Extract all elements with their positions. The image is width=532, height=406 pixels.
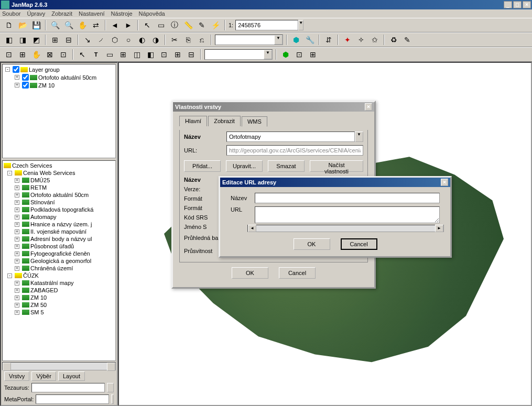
combo-2[interactable]: ▼	[204, 49, 273, 60]
tool3-12-icon[interactable]: ⊡	[158, 49, 170, 60]
service-item[interactable]: Hranice a názvy územ. j	[30, 221, 92, 227]
tool2-14-icon[interactable]: ⎌	[196, 34, 208, 46]
service-item[interactable]: Katastrální mapy	[30, 280, 74, 286]
expand-icon[interactable]: +	[15, 75, 19, 80]
tree-hscroll[interactable]	[2, 362, 116, 370]
tool2-11-icon[interactable]: ◑	[150, 34, 161, 46]
tool2-7-icon[interactable]: ⟋	[95, 34, 107, 46]
scale-dropdown-icon[interactable]: ▼	[298, 20, 303, 30]
service-item[interactable]: II. vojenské mapování	[30, 228, 86, 235]
tool2-6-icon[interactable]: ↘	[82, 34, 93, 46]
url-cancel-button[interactable]: Cancel	[341, 238, 377, 250]
map-canvas[interactable]: Vlastnosti vrstvy × Hlavní Zobrazit WMS …	[118, 62, 532, 406]
tool3-2-icon[interactable]: ⊞	[17, 49, 28, 60]
tool2-19-icon[interactable]: ✧	[355, 34, 367, 46]
menu-nastroje[interactable]: Nástroje	[111, 10, 133, 17]
tool3-17-icon[interactable]: ⊞	[307, 49, 319, 60]
service-item[interactable]: Automapy	[30, 214, 57, 220]
dialog-close-icon[interactable]: ×	[365, 103, 372, 111]
tool3-4-icon[interactable]: ⊠	[44, 49, 56, 60]
select-rect-icon[interactable]: ▭	[155, 19, 167, 31]
url-nazev-input[interactable]	[255, 193, 440, 203]
tool2-1-icon[interactable]: ◧	[3, 34, 15, 46]
tool2-17-icon[interactable]: ⇵	[323, 34, 334, 46]
metaportal-search-icon[interactable]	[111, 394, 114, 404]
expand-icon[interactable]: +	[15, 237, 19, 242]
services-root[interactable]: Czech Services	[12, 162, 52, 169]
tab-vrstvy[interactable]: Vrstvy	[4, 371, 29, 381]
service-item[interactable]: ZM 10	[30, 294, 47, 301]
tab-wms[interactable]: WMS	[242, 116, 267, 127]
tool-icon[interactable]: ✎	[196, 19, 208, 31]
nacist-button[interactable]: Načíst vlastnosti	[310, 160, 363, 172]
service-item[interactable]: RETM	[30, 184, 47, 191]
close-button[interactable]: ×	[523, 1, 531, 8]
service-item[interactable]: SM 5	[30, 309, 44, 315]
tool2-5-icon[interactable]: ⊟	[63, 34, 74, 46]
expand-icon[interactable]: +	[15, 310, 19, 315]
expand-icon[interactable]: +	[15, 244, 19, 249]
expand-icon[interactable]: +	[15, 229, 19, 234]
measure-icon[interactable]: 📏	[182, 19, 194, 31]
expand-icon[interactable]: +	[15, 259, 19, 264]
tezaurus-input[interactable]	[31, 383, 105, 392]
layer-checkbox[interactable]	[13, 66, 19, 73]
minimize-button[interactable]: _	[504, 1, 512, 8]
tree-item[interactable]: ZM 10	[38, 82, 55, 89]
menu-nastaveni[interactable]: Nastavení	[79, 10, 105, 17]
url-dialog-titlebar[interactable]: Editace URL adresy ×	[220, 178, 450, 187]
layer-checkbox[interactable]	[22, 82, 29, 89]
tool3-7-icon[interactable]: T	[90, 49, 102, 60]
metaportal-input[interactable]	[36, 394, 109, 404]
layer-ok-button[interactable]: OK	[232, 267, 268, 279]
tool2-22-icon[interactable]: ✎	[401, 34, 413, 46]
menu-upravy[interactable]: Úpravy	[27, 10, 45, 17]
tool2-8-icon[interactable]: ⬡	[109, 34, 121, 46]
tool3-15-icon[interactable]: ⬢	[280, 49, 291, 60]
tool2-3-icon[interactable]: ◩	[30, 34, 42, 46]
zoom-extent-icon[interactable]: ⇄	[90, 19, 102, 31]
expand-icon[interactable]: -	[7, 171, 12, 175]
open-icon[interactable]: 📂	[17, 19, 28, 31]
tool2-16-icon[interactable]: 🔧	[304, 34, 316, 46]
menu-zobrazit[interactable]: Zobrazit	[51, 10, 72, 17]
tool3-13-icon[interactable]: ⊞	[172, 49, 183, 60]
tree-item[interactable]: Ortofoto aktuální 50cm	[38, 74, 96, 81]
smazat-button[interactable]: Smazat	[268, 160, 305, 172]
zoom-in-icon[interactable]: 🔍	[49, 19, 61, 31]
service-item[interactable]: Chráněná území	[30, 265, 73, 271]
service-item[interactable]: DMÚ25	[30, 177, 50, 183]
tool3-6-icon[interactable]: ↖	[77, 49, 88, 60]
zoom-out-icon[interactable]: 🔍	[63, 19, 74, 31]
service-item[interactable]: Stínování	[30, 199, 55, 205]
tool2-18-icon[interactable]: ✦	[342, 34, 353, 46]
tree-root[interactable]: Layer group	[29, 67, 60, 73]
url-dialog-close-icon[interactable]: ×	[441, 179, 448, 186]
tool3-16-icon[interactable]: ⊡	[294, 49, 305, 60]
expand-icon[interactable]: +	[15, 215, 19, 220]
expand-icon[interactable]: +	[15, 207, 19, 212]
tool3-9-icon[interactable]: ⊞	[117, 49, 129, 60]
back-icon[interactable]: ◄	[109, 19, 121, 31]
tool3-8-icon[interactable]: ▭	[104, 49, 115, 60]
dialog-titlebar[interactable]: Vlastnosti vrstvy ×	[173, 102, 374, 112]
tool2-15-icon[interactable]: ⬢	[290, 34, 302, 46]
nazev-dropdown-icon[interactable]: ▼	[355, 131, 363, 142]
expand-icon[interactable]: -	[5, 67, 10, 72]
expand-icon[interactable]: -	[7, 273, 12, 278]
tool3-5-icon[interactable]: ⊡	[58, 49, 69, 60]
url-url-input[interactable]	[255, 206, 440, 223]
tool3-3-icon[interactable]: ✋	[30, 49, 42, 60]
expand-icon[interactable]: +	[15, 295, 19, 300]
nazev-input[interactable]	[226, 131, 355, 142]
url-hscroll[interactable]	[247, 225, 444, 232]
service-item[interactable]: Fytogeografické členěn	[30, 250, 90, 257]
tool2-21-icon[interactable]: ♻	[388, 34, 399, 46]
tool2-20-icon[interactable]: ✩	[369, 34, 381, 46]
service-item[interactable]: Ortofoto aktuální 50cm	[30, 192, 89, 198]
service-group[interactable]: Cenia Web Services	[23, 170, 75, 176]
tool3-10-icon[interactable]: ◫	[131, 49, 143, 60]
refresh-icon[interactable]: ⚡	[210, 19, 221, 31]
expand-icon[interactable]: +	[15, 193, 19, 197]
tool2-13-icon[interactable]: ⎘	[182, 34, 194, 46]
